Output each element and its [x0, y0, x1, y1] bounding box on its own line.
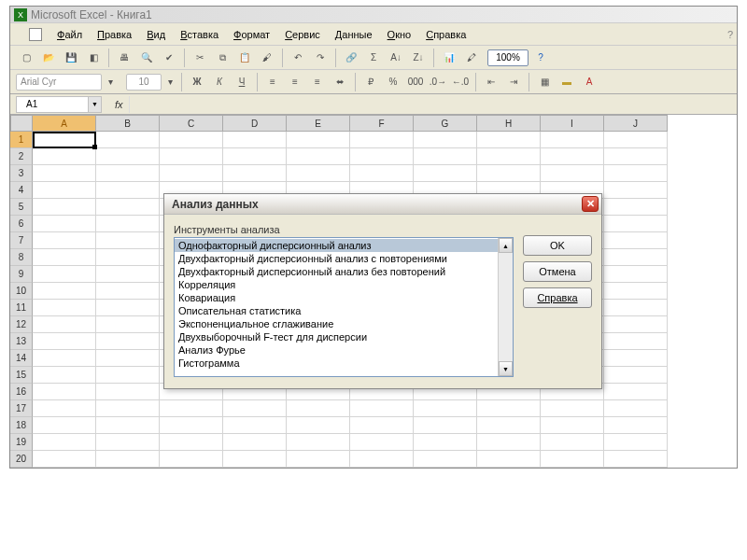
cell-H20[interactable] — [477, 451, 541, 468]
sort-asc-icon[interactable]: A↓ — [386, 48, 406, 68]
cell-D19[interactable] — [223, 434, 287, 451]
undo-icon[interactable]: ↶ — [288, 48, 308, 68]
rowhdr-2[interactable]: 2 — [10, 148, 33, 165]
rowhdr-6[interactable]: 6 — [10, 216, 33, 232]
zoom-input[interactable]: 100% — [487, 49, 529, 66]
help-icon[interactable]: ? — [530, 48, 551, 68]
cell-H1[interactable] — [477, 132, 541, 148]
cell-C3[interactable] — [160, 165, 223, 182]
cell-J8[interactable] — [604, 249, 668, 266]
cell-B13[interactable] — [96, 333, 160, 350]
list-item[interactable]: Экспоненциальное сглаживание — [175, 317, 498, 330]
preview-icon[interactable]: 🔍 — [136, 48, 157, 68]
decrease-decimal-icon[interactable]: ←.0 — [450, 72, 471, 92]
cell-G2[interactable] — [414, 148, 477, 165]
font-name-input[interactable]: Arial Cyr — [16, 74, 102, 91]
cell-E20[interactable] — [287, 451, 350, 468]
autosum-icon[interactable]: Σ — [363, 48, 384, 68]
cell-J13[interactable] — [604, 333, 668, 350]
cell-F20[interactable] — [350, 451, 414, 468]
cell-I2[interactable] — [541, 148, 604, 165]
cell-A20[interactable] — [33, 451, 96, 468]
redo-icon[interactable]: ↷ — [310, 48, 331, 68]
merge-icon[interactable]: ⬌ — [330, 72, 350, 92]
cell-B6[interactable] — [96, 216, 160, 232]
rowhdr-19[interactable]: 19 — [10, 434, 33, 451]
sort-desc-icon[interactable]: Z↓ — [408, 48, 429, 68]
list-item[interactable]: Двухфакторный дисперсионный анализ без п… — [175, 265, 498, 278]
drawing-icon[interactable]: 🖍 — [461, 48, 482, 68]
cell-B15[interactable] — [96, 367, 160, 384]
scroll-up-icon[interactable]: ▲ — [499, 238, 513, 253]
menu-сервис[interactable]: Сервис — [279, 27, 326, 42]
cell-C17[interactable] — [160, 400, 223, 417]
cell-B11[interactable] — [96, 300, 160, 316]
cell-A3[interactable] — [33, 165, 96, 182]
comma-icon[interactable]: 000 — [405, 72, 426, 92]
cell-F1[interactable] — [350, 132, 414, 148]
menu-правка[interactable]: Правка — [92, 27, 137, 42]
cell-J15[interactable] — [604, 367, 668, 384]
cell-J2[interactable] — [604, 148, 668, 165]
cell-B12[interactable] — [96, 316, 160, 333]
rowhdr-13[interactable]: 13 — [10, 333, 33, 350]
menu-вид[interactable]: Вид — [141, 27, 171, 42]
cell-J18[interactable] — [604, 417, 668, 434]
increase-indent-icon[interactable]: ⇥ — [503, 72, 524, 92]
cell-A16[interactable] — [33, 384, 96, 400]
cell-H18[interactable] — [477, 417, 541, 434]
cell-D2[interactable] — [223, 148, 287, 165]
list-item[interactable]: Анализ Фурье — [175, 343, 498, 357]
cell-I19[interactable] — [541, 434, 604, 451]
cell-E3[interactable] — [287, 165, 350, 182]
rowhdr-14[interactable]: 14 — [10, 350, 33, 367]
cell-A15[interactable] — [33, 367, 96, 384]
help-prompt-icon[interactable]: ? — [724, 29, 737, 40]
cell-F18[interactable] — [350, 417, 414, 434]
formula-input[interactable] — [129, 96, 737, 113]
size-dropdown-icon[interactable]: ▾ — [163, 72, 176, 92]
colhdr-A[interactable]: A — [33, 115, 96, 132]
rowhdr-9[interactable]: 9 — [10, 266, 33, 283]
cell-J17[interactable] — [604, 400, 668, 417]
align-right-icon[interactable]: ≡ — [307, 72, 328, 92]
rowhdr-15[interactable]: 15 — [10, 367, 33, 384]
colhdr-I[interactable]: I — [541, 115, 604, 132]
paste-icon[interactable]: 📋 — [234, 48, 255, 68]
list-item[interactable]: Корреляция — [175, 278, 498, 291]
dialog-titlebar[interactable]: Анализ данных ✕ — [164, 194, 601, 215]
align-center-icon[interactable]: ≡ — [285, 72, 305, 92]
cell-H17[interactable] — [477, 400, 541, 417]
cell-B4[interactable] — [96, 182, 160, 199]
cell-A13[interactable] — [33, 333, 96, 350]
list-item[interactable]: Однофакторный дисперсионный анализ — [175, 239, 498, 252]
colhdr-E[interactable]: E — [287, 115, 350, 132]
scroll-track[interactable] — [499, 253, 513, 361]
cell-E2[interactable] — [287, 148, 350, 165]
cell-A9[interactable] — [33, 266, 96, 283]
menu-формат[interactable]: Формат — [228, 27, 275, 42]
cell-G20[interactable] — [414, 451, 477, 468]
copy-icon[interactable]: ⧉ — [212, 48, 233, 68]
cell-B9[interactable] — [96, 266, 160, 283]
cell-B7[interactable] — [96, 232, 160, 249]
cell-A14[interactable] — [33, 350, 96, 367]
cell-B19[interactable] — [96, 434, 160, 451]
name-box-dropdown-icon[interactable]: ▼ — [89, 96, 102, 113]
cell-J19[interactable] — [604, 434, 668, 451]
cell-J20[interactable] — [604, 451, 668, 468]
list-item[interactable]: Двухвыборочный F-тест для дисперсии — [175, 330, 498, 343]
cell-C20[interactable] — [160, 451, 223, 468]
list-item[interactable]: Гистограмма — [175, 357, 498, 370]
percent-icon[interactable]: % — [383, 72, 403, 92]
cell-G18[interactable] — [414, 417, 477, 434]
cell-C19[interactable] — [160, 434, 223, 451]
cell-J5[interactable] — [604, 199, 668, 216]
cell-C2[interactable] — [160, 148, 223, 165]
bold-button[interactable]: Ж — [187, 72, 207, 92]
font-color-icon[interactable]: A — [579, 72, 599, 92]
rowhdr-4[interactable]: 4 — [10, 182, 33, 199]
cell-B10[interactable] — [96, 283, 160, 300]
italic-button[interactable]: К — [209, 72, 230, 92]
cell-B2[interactable] — [96, 148, 160, 165]
